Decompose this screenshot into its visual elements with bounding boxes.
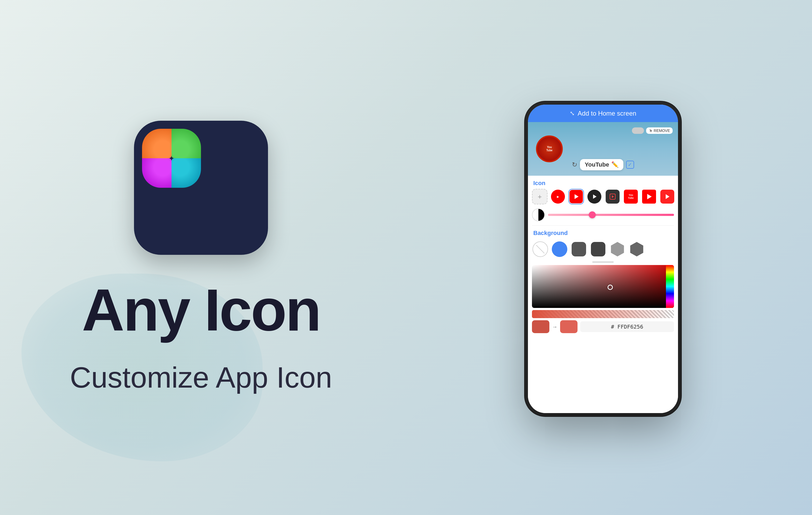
yt-icon-5: YouTube: [624, 190, 638, 204]
play-arrow-2: [593, 194, 597, 199]
icon-option-7[interactable]: [660, 189, 675, 205]
icon-option-6[interactable]: [641, 189, 657, 205]
preview-icon-circle: YouTube: [536, 135, 563, 162]
phone-content: Icon + ▶: [528, 176, 678, 413]
yt-icon-7: [660, 190, 674, 204]
icon-option-3[interactable]: [587, 189, 602, 205]
yt-icon-square: [570, 190, 583, 203]
shape-hexagon-light: [610, 242, 625, 256]
add-to-home-icon: ⤡: [570, 110, 575, 117]
icon-grid: [142, 129, 201, 188]
refresh-icon[interactable]: ↻: [572, 161, 577, 168]
phone-mockup: ⤡ Add to Home screen YouTube 🖱 REMOVE ↻: [528, 105, 678, 413]
left-section: Any Icon Customize App Icon: [0, 0, 402, 515]
check-button[interactable]: ✓: [626, 161, 634, 169]
icon-quadrant-green: [172, 129, 201, 158]
play-arrow-5: [666, 194, 669, 199]
play-outline-box: [610, 194, 615, 199]
shape-circle-option[interactable]: [551, 241, 568, 258]
phone-preview: YouTube 🖱 REMOVE ↻ YouTube ✏️ ✓: [528, 122, 678, 176]
slider-row: [528, 207, 678, 225]
shape-none-option[interactable]: [532, 241, 549, 258]
icon-section-label: Icon: [528, 176, 678, 189]
edit-icon: ✏️: [611, 161, 618, 168]
main-title: Any Icon: [82, 276, 320, 344]
sub-title: Customize App Icon: [70, 360, 332, 394]
scroll-indicator: [592, 261, 614, 263]
shape-none: [532, 241, 548, 257]
color-gradient-dark: [532, 265, 674, 308]
remove-button[interactable]: 🖱 REMOVE: [646, 128, 673, 134]
play-arrow: [575, 194, 579, 199]
shape-squircle-darker-option[interactable]: [590, 241, 606, 258]
color-slider[interactable]: [548, 214, 674, 216]
hex-input[interactable]: # FFDF6256: [580, 321, 674, 332]
icon-option-2-selected[interactable]: [569, 189, 584, 205]
yt-icon-dark-sq: [606, 190, 619, 204]
alpha-overlay: [532, 310, 674, 318]
preview-yt-icon: YouTube: [546, 146, 552, 152]
bw-icon: [532, 209, 545, 221]
toggle-switch[interactable]: [632, 128, 644, 134]
yt-icon-dark-circle: [587, 190, 601, 204]
shape-circle: [552, 241, 567, 257]
icon-option-4[interactable]: [605, 189, 620, 205]
shape-squircle-dark-option[interactable]: [571, 241, 587, 258]
slider-thumb[interactable]: [589, 211, 596, 218]
icon-quadrant-teal: [172, 158, 201, 188]
background-shapes-row: [528, 239, 678, 260]
play-arrow-3: [612, 195, 614, 198]
swatch-row: → # FFDF6256: [528, 320, 678, 337]
app-name-text: YouTube: [585, 161, 609, 168]
shape-squircle-dark: [572, 242, 586, 256]
phone-header: ⤡ Add to Home screen: [528, 105, 678, 122]
name-badge[interactable]: YouTube ✏️: [580, 159, 624, 170]
remove-icon: 🖱: [649, 129, 652, 133]
shape-hexagon-dark-option[interactable]: [629, 241, 645, 258]
color-spectrum[interactable]: [666, 265, 674, 308]
icon-option-1[interactable]: ▶: [550, 189, 566, 205]
color-cursor[interactable]: [608, 284, 613, 290]
add-icon-button[interactable]: +: [532, 189, 548, 205]
icon-quadrant-pink: [142, 158, 172, 188]
app-icon: [134, 121, 268, 255]
play-arrow-4: [647, 194, 652, 199]
name-row: ↻ YouTube ✏️ ✓: [572, 159, 634, 170]
preview-right-controls: 🖱 REMOVE: [632, 128, 673, 134]
swatch-new: [560, 320, 578, 333]
remove-label: REMOVE: [654, 129, 670, 133]
yt-icon-circle: ▶: [551, 190, 565, 204]
right-section: ⤡ Add to Home screen YouTube 🖱 REMOVE ↻: [415, 11, 790, 507]
alpha-slider-row[interactable]: [532, 310, 674, 318]
shape-hexagon-dark: [630, 242, 644, 256]
yt-icon-6: [642, 190, 656, 204]
phone-header-title: Add to Home screen: [578, 110, 636, 117]
shape-squircle-darker: [591, 242, 605, 256]
swatch-current: [532, 320, 549, 333]
background-section-label: Background: [528, 225, 678, 239]
shape-hexagon-light-option[interactable]: [609, 241, 626, 258]
icon-quadrant-orange: [142, 129, 172, 158]
color-picker-area[interactable]: [532, 265, 674, 308]
icon-option-5[interactable]: YouTube: [623, 189, 639, 205]
add-icon-plus: +: [538, 193, 542, 201]
icon-row: + ▶: [528, 189, 678, 207]
swatch-arrow: →: [552, 324, 557, 330]
